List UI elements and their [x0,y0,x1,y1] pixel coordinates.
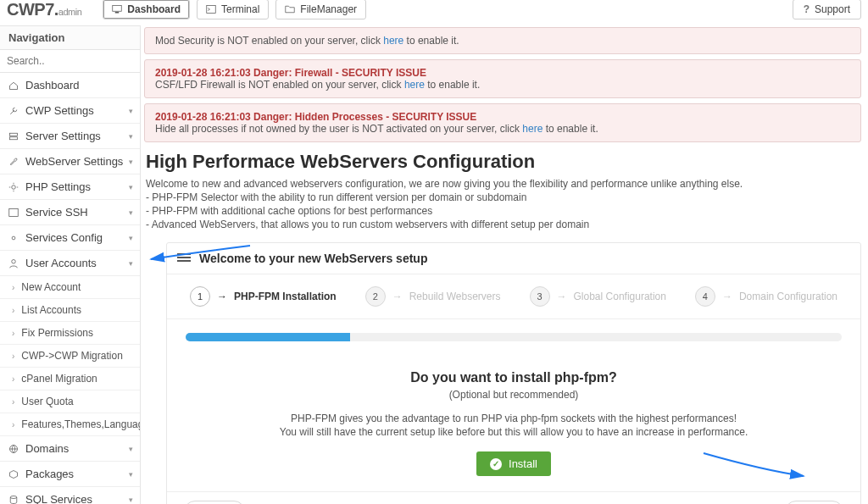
alert-link[interactable]: here [522,123,542,135]
nav-item-label: Domains [25,442,69,455]
wizard-footer: ← Back Skip → [167,491,860,504]
sub-cpanel-migration[interactable]: cPanel Migration [0,368,140,390]
nav-header: Navigation [0,25,140,50]
terminal-icon [206,4,216,14]
sub-item-label: List Accounts [21,304,81,316]
step-number: 4 [695,286,715,307]
support-button[interactable]: ?Support [793,0,861,19]
database-icon [8,495,19,505]
step-4[interactable]: 4→Domain Configuration [695,286,837,307]
question-icon: ? [804,3,810,15]
svg-point-10 [10,496,17,498]
nav-dashboard[interactable]: Dashboard [0,73,140,98]
alert-title: 2019-01-28 16:21:03 Danger: Firewall - S… [155,67,426,79]
nav-packages[interactable]: Packages [0,462,140,487]
back-button[interactable]: ← Back [184,501,245,504]
cog-icon [8,233,19,243]
sub-new-account[interactable]: New Account [0,276,140,299]
nav-services-config[interactable]: Services Config [0,225,140,251]
nav-item-label: User Accounts [25,257,97,269]
sub-item-label: CWP->CWP Migration [21,350,122,362]
svg-rect-2 [207,6,216,14]
alert-title: 2019-01-28 16:21:03 Danger: Hidden Proce… [155,111,476,123]
nav-php-settings[interactable]: PHP Settings [0,174,140,200]
nav-user-accounts[interactable]: User Accounts [0,251,140,276]
wizard-panel: Welcome to your new WebServers setup 1→P… [166,242,861,504]
skip-button[interactable]: Skip → [785,501,843,504]
arrow-icon: → [722,291,732,302]
alert-link[interactable]: here [383,35,403,47]
steps-icon [177,253,191,263]
alert-body-after: to enable it. [425,79,480,91]
sub-fix-permissions[interactable]: Fix Permissions [0,322,140,345]
sub-list-accounts[interactable]: List Accounts [0,299,140,322]
svg-rect-6 [9,208,19,216]
sub-item-label: User Quota [21,396,73,407]
step-number: 3 [530,286,550,307]
header-buttons: Dashboard Terminal FileManager [103,0,366,19]
support-label: Support [815,3,850,15]
sub-cwp-migration[interactable]: CWP->CWP Migration [0,345,140,368]
sub-item-label: New Account [21,281,81,293]
nav-item-label: WebServer Settings [25,155,123,168]
wizard-question: Do you want to install php-fpm? [186,370,842,385]
home-icon [8,80,19,91]
page-desc: - PHP-FPM Selector with the ability to r… [146,191,868,203]
wizard-line: You will still have the current setup li… [186,426,842,438]
sidebar: Navigation Dashboard CWP Settings Server… [0,25,141,504]
wizard-content: Do you want to install php-fpm? (Optiona… [167,355,860,491]
install-button[interactable]: ✓Install [476,451,551,476]
wizard-heading: Welcome to your new WebServers setup [199,252,427,265]
page-desc: Welcome to new and advanced webservers c… [146,178,868,190]
install-label: Install [509,457,537,470]
sub-item-label: Fix Permissions [21,327,93,339]
alert-link[interactable]: here [404,79,425,91]
wizard-line: PHP-FPM gives you the advantage to run P… [186,413,842,424]
svg-rect-1 [115,12,120,14]
step-1[interactable]: 1→PHP-FPM Installation [190,286,337,307]
screen-icon [112,4,122,14]
filemanager-button[interactable]: FileManager [275,0,366,19]
step-3[interactable]: 3→Global Configuration [530,286,666,307]
brand-suffix: admin [58,7,81,17]
svg-rect-3 [10,133,18,136]
arrow-icon: → [557,291,567,302]
terminal-button[interactable]: Terminal [197,0,269,19]
filemanager-label: FileManager [300,3,357,15]
progress-fill [186,333,350,341]
nav-item-label: Packages [25,468,74,480]
alert-body-after: to enable it. [542,123,598,135]
search-input[interactable] [0,50,140,73]
alert-hidden-processes: 2019-01-28 16:21:03 Danger: Hidden Proce… [144,103,861,142]
sidebar-scroll[interactable]: Dashboard CWP Settings Server Settings W… [0,73,140,504]
sub-item-label: Features,Themes,Languages [21,418,140,430]
step-2[interactable]: 2→Rebuild Webservers [365,286,501,307]
page-desc: - Advanced WebServers, that allows you t… [146,219,868,230]
nav-item-label: CWP Settings [25,104,94,117]
sub-item-label: cPanel Migration [21,373,97,385]
dashboard-button[interactable]: Dashboard [103,0,190,19]
wizard-steps: 1→PHP-FPM Installation 2→Rebuild Webserv… [167,274,860,319]
sub-user-quota[interactable]: User Quota [0,390,140,413]
sub-features-themes[interactable]: Features,Themes,Languages [0,413,140,436]
alert-body: CSF/LFD Firewall is NOT enabled on your … [155,79,404,91]
nav-service-ssh[interactable]: Service SSH [0,200,140,225]
alert-body: Mod Security is NOT enabled on your serv… [155,35,383,47]
nav-webserver-settings[interactable]: WebServer Settings [0,149,140,174]
nav-cwp-settings[interactable]: CWP Settings [0,98,140,124]
check-icon: ✓ [490,458,502,470]
terminal-icon [8,208,19,218]
server-icon [8,131,19,141]
alert-body-after: to enable it. [403,35,459,47]
nav-server-settings[interactable]: Server Settings [0,124,140,149]
nav-item-label: Services Config [25,231,103,244]
nav-sql-services[interactable]: SQL Services [0,487,140,504]
progress-bar [186,333,842,341]
alert-modsecurity: Mod Security is NOT enabled on your serv… [144,27,861,54]
package-icon [8,469,19,479]
brand-name: CWP7. [7,0,58,19]
brand-logo: CWP7.admin [7,0,81,19]
nav-domains[interactable]: Domains [0,436,140,462]
arrow-icon: → [392,291,403,302]
gear-icon [8,182,19,192]
